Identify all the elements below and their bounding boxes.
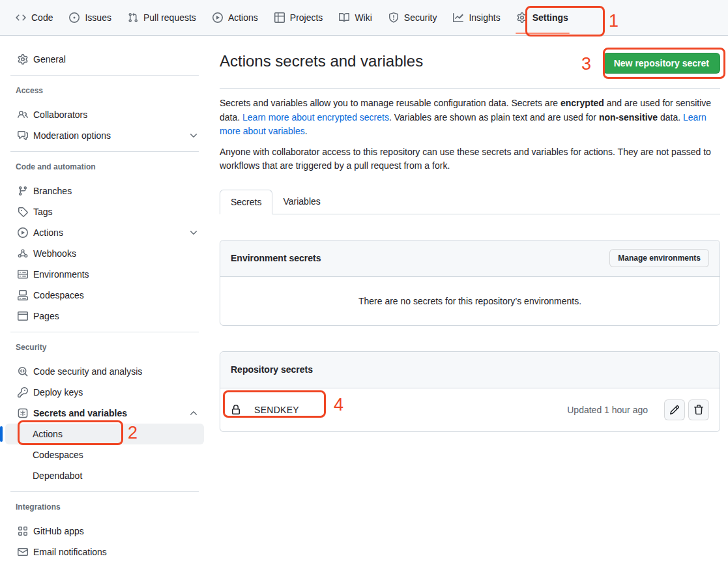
sidebar-item-label: Codespaces [33, 290, 84, 300]
sidebar-item-branches[interactable]: Branches [5, 181, 204, 201]
sidebar-item-label: Dependabot [33, 471, 82, 481]
sidebar-item-environments[interactable]: Environments [5, 264, 204, 285]
repo-nav: Code Issues Pull requests Actions Projec… [0, 0, 728, 36]
sidebar-item-label: Deploy keys [33, 387, 83, 398]
sidebar-item-label: Environments [33, 269, 89, 280]
sidebar-item-webhooks[interactable]: Webhooks [5, 243, 204, 264]
nav-tab-label: Wiki [355, 12, 371, 23]
sidebar-item-email-notifications[interactable]: Email notifications [5, 542, 204, 562]
divider [10, 332, 199, 332]
sidebar-subitem-actions[interactable]: Actions [5, 424, 204, 444]
sidebar-item-deploy-keys[interactable]: Deploy keys [5, 382, 204, 403]
nav-tab-pull-requests[interactable]: Pull requests [123, 0, 201, 35]
sidebar-item-collaborators[interactable]: Collaborators [5, 104, 204, 125]
tab-secrets[interactable]: Secrets [220, 190, 272, 214]
nav-tab-insights[interactable]: Insights [448, 0, 505, 35]
codespaces-icon [18, 290, 28, 300]
nav-tab-settings[interactable]: Settings [512, 0, 574, 35]
secret-name: SENDKEY [254, 405, 299, 415]
nav-tab-wiki[interactable]: Wiki [334, 0, 377, 35]
environment-secrets-box: Environment secrets Manage environments … [220, 240, 720, 326]
code-icon [16, 12, 26, 23]
secret-row-sendkey: SENDKEY Updated 1 hour ago [220, 388, 720, 431]
delete-secret-button[interactable] [688, 399, 709, 420]
divider [220, 88, 720, 89]
git-pull-request-icon [128, 12, 138, 23]
nav-tab-label: Issues [85, 12, 111, 23]
repository-secrets-title: Repository secrets [231, 364, 313, 375]
sidebar-item-tags[interactable]: Tags [5, 201, 204, 222]
browser-icon [18, 311, 28, 321]
new-repository-secret-button[interactable]: New repository secret [603, 53, 720, 74]
sidebar-section-security: Security [5, 343, 204, 352]
sidebar-item-general[interactable]: General [5, 49, 204, 70]
nav-tab-code[interactable]: Code [10, 0, 58, 35]
mail-icon [18, 547, 28, 557]
description-text: data. [658, 112, 683, 123]
gear-icon [18, 54, 28, 65]
description-text: . [305, 126, 308, 136]
sidebar-item-pages[interactable]: Pages [5, 306, 204, 326]
apps-icon [18, 526, 28, 536]
encrypted-secrets-link[interactable]: Learn more about encrypted secrets [242, 112, 389, 123]
edit-secret-button[interactable] [664, 399, 685, 420]
nav-tab-label: Security [404, 12, 437, 23]
repository-secrets-box: Repository secrets SENDKEY Updated 1 hou… [220, 351, 720, 432]
manage-environments-button[interactable]: Manage environments [609, 249, 709, 267]
environment-secrets-empty-message: There are no secrets for this repository… [220, 277, 720, 325]
square-asterisk-icon [18, 408, 28, 418]
sidebar-subitem-dependabot[interactable]: Dependabot [5, 465, 204, 486]
sidebar-item-label: Collaborators [33, 109, 87, 120]
description-bold: encrypted [561, 98, 604, 108]
sidebar-item-label: Moderation options [33, 130, 111, 141]
sidebar-item-label: Branches [33, 186, 72, 196]
nav-tab-actions[interactable]: Actions [207, 0, 263, 35]
nav-tab-label: Projects [290, 12, 323, 23]
description-text: Secrets and variables allow you to manag… [220, 98, 561, 108]
sidebar-item-label: Actions [33, 227, 63, 238]
page-title: Actions secrets and variables [220, 51, 423, 71]
main-content: Actions secrets and variables New reposi… [209, 36, 728, 432]
shield-icon [388, 12, 399, 23]
sidebar-item-codespaces[interactable]: Codespaces [5, 285, 204, 306]
server-icon [18, 269, 28, 280]
nav-tab-label: Pull requests [143, 12, 196, 23]
sidebar-item-actions[interactable]: Actions [5, 222, 204, 243]
git-branch-icon [18, 186, 28, 196]
nav-tab-projects[interactable]: Projects [269, 0, 328, 35]
sidebar-item-label: Secrets and variables [33, 408, 127, 418]
environment-secrets-title: Environment secrets [231, 253, 321, 263]
sidebar-item-label: Tags [33, 207, 53, 217]
sidebar-item-label: GitHub apps [33, 526, 84, 536]
sidebar-item-label: Email notifications [33, 547, 107, 557]
settings-sidebar: General Access Collaborators Moderation … [0, 36, 209, 562]
sidebar-item-label: Code security and analysis [33, 366, 142, 377]
tab-variables[interactable]: Variables [272, 190, 330, 214]
description-paragraph-2: Anyone with collaborator access to this … [220, 145, 720, 173]
issue-opened-icon [69, 12, 80, 23]
comment-discussion-icon [18, 130, 28, 141]
book-icon [339, 12, 349, 23]
gear-icon [517, 12, 527, 23]
sidebar-item-moderation-options[interactable]: Moderation options [5, 125, 204, 146]
description-bold: non-sensitive [599, 112, 658, 123]
nav-tab-issues[interactable]: Issues [64, 0, 116, 35]
divider [10, 75, 199, 76]
sidebar-item-code-security[interactable]: Code security and analysis [5, 361, 204, 382]
sidebar-item-github-apps[interactable]: GitHub apps [5, 521, 204, 542]
nav-tab-security[interactable]: Security [383, 0, 443, 35]
codescan-icon [18, 366, 28, 377]
sidebar-item-label: Pages [33, 311, 59, 321]
nav-tab-label: Insights [469, 12, 500, 23]
sidebar-section-access: Access [5, 86, 204, 95]
sidebar-subitem-codespaces[interactable]: Codespaces [5, 444, 204, 465]
trash-icon [693, 405, 704, 415]
pencil-icon [669, 405, 680, 415]
nav-tab-label: Actions [228, 12, 258, 23]
webhook-icon [18, 248, 28, 259]
chevron-down-icon [188, 227, 199, 238]
graph-icon [453, 12, 463, 23]
sidebar-item-label: Codespaces [33, 450, 83, 460]
sidebar-item-secrets-and-variables[interactable]: Secrets and variables [5, 403, 204, 424]
description-paragraph-1: Secrets and variables allow you to manag… [220, 96, 720, 139]
